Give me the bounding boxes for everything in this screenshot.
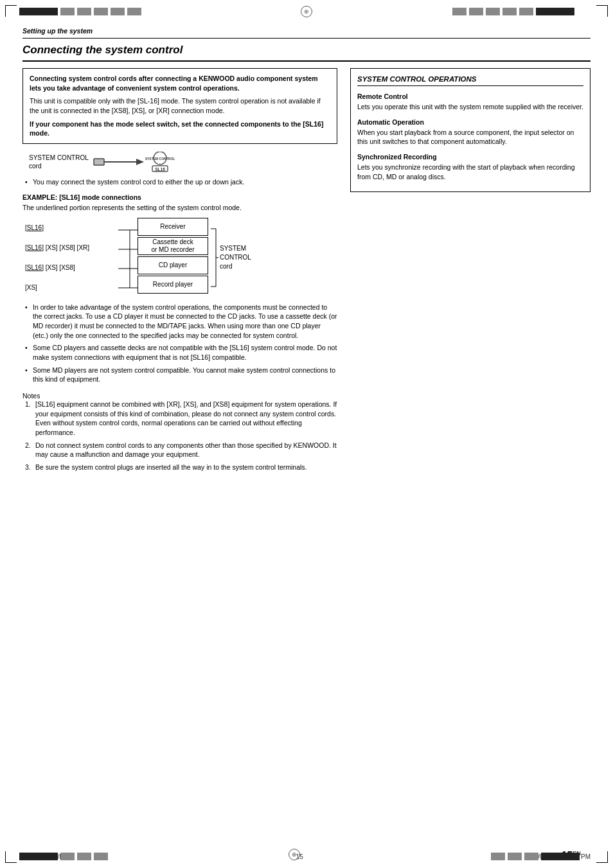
- conn-left-row-3: [SL16] [XS] [XS8]: [25, 258, 118, 277]
- right-section-title-1: Remote Control: [357, 93, 583, 100]
- notes-title: Notes: [22, 392, 337, 400]
- svg-rect-13: [104, 161, 136, 163]
- svg-rect-39: [541, 853, 580, 860]
- section-rule: [22, 38, 591, 39]
- svg-rect-9: [502, 8, 517, 15]
- conn-left-row-4: [XS]: [25, 278, 118, 297]
- connection-diagram: [SL16] [SL16] [XS] [XS8] [XR] [SL16] [XS…: [25, 218, 337, 297]
- compass-icon-top: ⊕: [301, 6, 312, 17]
- svg-rect-0: [19, 8, 58, 15]
- cable-visual: SYSTEM CONTROL SL16: [93, 152, 182, 172]
- top-center: ⊕: [301, 6, 312, 17]
- corner-tl: [5, 5, 17, 17]
- svg-rect-6: [452, 8, 466, 15]
- svg-rect-12: [94, 159, 104, 165]
- conn-lines-svg: [118, 220, 138, 297]
- svg-rect-32: [19, 853, 58, 860]
- sl16-underline-3: SL16: [27, 264, 42, 271]
- top-stripe-right-svg: [452, 6, 594, 17]
- intro-para3: If your component has the mode select sw…: [30, 120, 330, 138]
- notes-section: Notes 1. [SL16] equipment cannot be comb…: [22, 392, 337, 472]
- bullet-item-2: In order to take advantage of the system…: [22, 303, 337, 341]
- right-section-text-1: Lets you operate this unit with the syst…: [357, 102, 583, 112]
- svg-rect-7: [469, 8, 483, 15]
- cable-svg: SYSTEM CONTROL SL16: [93, 152, 182, 172]
- bottom-stripe-right-svg: [491, 851, 594, 862]
- right-column: SYSTEM CONTROL OPERATIONS Remote Control…: [350, 68, 591, 475]
- conn-right-row-1: Receiver: [138, 218, 208, 236]
- stripe-right: [452, 6, 594, 17]
- bullet-item-3: Some CD players and cassette decks are n…: [22, 343, 337, 362]
- bottom-stripe-left-svg: [19, 851, 122, 862]
- svg-rect-8: [486, 8, 500, 15]
- conn-left-row-1: [SL16]: [25, 218, 118, 237]
- example-title: EXAMPLE: [SL16] mode connections: [22, 193, 337, 201]
- svg-rect-33: [60, 853, 75, 860]
- bracket-and-label: SYSTEM CONTROL cord: [208, 218, 251, 297]
- bracket-svg: [208, 219, 218, 296]
- conn-left-col: [SL16] [SL16] [XS] [XS8] [XR] [SL16] [XS…: [25, 218, 118, 297]
- two-col-layout: Connecting system control cords after co…: [22, 68, 591, 475]
- bullet-item-1: You may connect the system control cord …: [22, 177, 337, 187]
- conn-lines: [118, 218, 138, 297]
- section-header: Setting up the system: [22, 27, 591, 36]
- svg-rect-34: [77, 853, 91, 860]
- note-item-1: 1. [SL16] equipment cannot be combined w…: [22, 400, 337, 438]
- intro-box: Connecting system control cords after co…: [22, 68, 337, 144]
- svg-rect-36: [491, 853, 505, 860]
- intro-para2: This unit is compatible only with the [S…: [30, 96, 330, 115]
- right-section-text-2: When you start playback from a source co…: [357, 128, 583, 146]
- sl16-underline-2: SL16: [27, 244, 42, 251]
- svg-rect-10: [519, 8, 533, 15]
- left-column: Connecting system control cords after co…: [22, 68, 337, 475]
- top-stripe: ⊕: [19, 6, 594, 17]
- sl16-underline-1: SL16: [27, 224, 42, 231]
- svg-rect-35: [94, 853, 108, 860]
- stripe-left: [19, 6, 161, 17]
- svg-rect-11: [536, 8, 574, 15]
- svg-rect-4: [111, 8, 125, 15]
- example-desc: The underlined portion represents the se…: [22, 203, 337, 213]
- svg-rect-5: [127, 8, 141, 15]
- right-box-title: SYSTEM CONTROL OPERATIONS: [357, 75, 583, 86]
- main-content: Setting up the system Connecting the sys…: [22, 27, 591, 842]
- main-title: Connecting the system control: [22, 44, 591, 62]
- top-stripe-left-svg: [19, 6, 161, 17]
- conn-right-row-2: Cassette deckor MD recorder: [138, 237, 208, 255]
- right-section-title-3: Synchronized Recording: [357, 153, 583, 161]
- note-item-2: 2. Do not connect system control cords t…: [22, 441, 337, 459]
- svg-text:SYSTEM
CONTROL: SYSTEM CONTROL: [145, 157, 175, 161]
- bullet-item-4: Some MD players are not system control c…: [22, 366, 337, 384]
- bottom-stripe: [19, 851, 594, 862]
- corner-tr: [596, 5, 608, 17]
- svg-rect-37: [508, 853, 522, 860]
- corner-br: [596, 851, 608, 863]
- svg-rect-2: [77, 8, 91, 15]
- notes-list: 1. [SL16] equipment cannot be combined w…: [22, 400, 337, 472]
- conn-right-row-3: CD player: [138, 256, 208, 274]
- svg-rect-38: [524, 853, 538, 860]
- bracket-label: SYSTEM CONTROL cord: [220, 244, 251, 271]
- right-box: SYSTEM CONTROL OPERATIONS Remote Control…: [350, 68, 591, 192]
- bullet-list-1: You may connect the system control cord …: [22, 177, 337, 187]
- conn-left-row-2: [SL16] [XS] [XS8] [XR]: [25, 238, 118, 257]
- conn-right-col: Receiver Cassette deckor MD recorder CD …: [138, 218, 208, 297]
- right-section-text-3: Lets you synchronize recording with the …: [357, 163, 583, 181]
- svg-rect-3: [94, 8, 108, 15]
- svg-marker-14: [136, 159, 144, 165]
- right-section-title-2: Automatic Operation: [357, 118, 583, 126]
- bullet-list-2: In order to take advantage of the system…: [22, 303, 337, 385]
- conn-right-row-4: Record player: [138, 276, 208, 294]
- svg-text:SL16: SL16: [155, 167, 165, 172]
- corner-bl: [5, 851, 17, 863]
- note-item-3: 3. Be sure the system control plugs are …: [22, 463, 337, 472]
- svg-rect-1: [60, 8, 75, 15]
- intro-para1: Connecting system control cords after co…: [30, 74, 330, 93]
- cable-label: SYSTEM CONTROL cord: [29, 154, 89, 170]
- cable-diagram: SYSTEM CONTROL cord SYSTEM CONTROL: [29, 152, 337, 172]
